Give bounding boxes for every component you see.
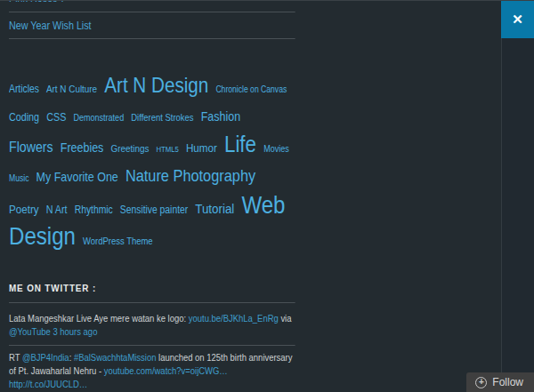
tag-link[interactable]: Movies (263, 143, 289, 154)
divider (9, 38, 295, 39)
follow-button[interactable]: + Follow (466, 372, 534, 392)
tag-link[interactable]: Art N Design (104, 73, 208, 97)
recent-post-link-new-year-wish-list[interactable]: New Year Wish List (9, 20, 92, 33)
tag-link[interactable]: Different Strokes (131, 112, 193, 123)
tweet-item: Lata Mangeshkar Live Aye mere watan ke l… (9, 312, 295, 339)
tag-link[interactable]: Articles (9, 83, 39, 95)
tag-link[interactable]: CSS (46, 111, 66, 124)
close-button[interactable]: ✕ (501, 1, 534, 38)
tag-link[interactable]: Chronicle on Canvas (215, 84, 287, 94)
tag-link[interactable]: Nature Photography (125, 166, 255, 185)
tag-link[interactable]: Flowers (9, 139, 53, 155)
tag-link[interactable]: Tutorial (195, 201, 234, 216)
tweet-link[interactable]: @BJP4India (22, 352, 69, 363)
tweet-link[interactable]: youtube.com/watch?v=oijCWG… (104, 365, 228, 376)
tag-link[interactable]: My Favorite One (36, 170, 118, 184)
tag-link[interactable]: Music (9, 173, 28, 183)
tweet-text: Lata Mangeshkar Live Aye mere watan ke l… (9, 313, 189, 324)
follow-plus-icon: + (475, 377, 487, 388)
tweet-text: via (279, 313, 292, 324)
follow-button-label: Follow (492, 376, 523, 388)
divider (9, 302, 295, 303)
tag-link[interactable]: N Art (46, 204, 68, 216)
tag-link[interactable]: Humor (186, 141, 217, 155)
tag-link[interactable]: WordPress Theme (83, 236, 153, 246)
recent-post-link-pink-roses[interactable]: Pink Roses ? (9, 0, 65, 5)
sidebar-content: Pink Roses ? New Year Wish List Articles… (9, 1, 295, 392)
tag-link[interactable]: Poetry (9, 203, 39, 216)
tag-link[interactable]: Freebies (61, 140, 104, 155)
tag-link[interactable]: HTML5 (156, 145, 178, 154)
tag-link[interactable]: Greetings (110, 143, 149, 154)
tag-link[interactable]: Fashion (201, 109, 240, 124)
twitter-section-heading: ME ON TWITTER : (9, 283, 96, 293)
tag-link[interactable]: Life (224, 131, 256, 157)
sidebar-overlay-panel: Pink Roses ? New Year Wish List Articles… (0, 0, 534, 392)
tweet-link[interactable]: #BalSwachhtaMission (74, 352, 157, 363)
tag-link[interactable]: Demonstrated (73, 112, 124, 123)
tweet-item: RT @BJP4India: #BalSwachhtaMission launc… (9, 351, 295, 392)
tag-link[interactable]: Art N Culture (46, 84, 97, 94)
tweet-link[interactable]: youtu.be/BJKhLa_EnRg (189, 313, 279, 324)
tag-link[interactable]: Sensitive painter (120, 204, 188, 216)
tweet-link[interactable]: 3 hours ago (53, 326, 97, 337)
divider (9, 12, 295, 12)
tag-link[interactable]: Rhythmic (75, 204, 113, 216)
right-rail (501, 1, 534, 392)
tag-cloud: Articles Art N Culture Art N Design Chro… (9, 72, 295, 254)
tweet-link[interactable]: @YouTube (9, 326, 51, 337)
tag-link[interactable]: Coding (9, 111, 39, 124)
tweet-link[interactable]: http://t.co/JUUCLD… (9, 379, 87, 389)
divider (9, 345, 295, 346)
tweet-text: RT (9, 352, 22, 363)
